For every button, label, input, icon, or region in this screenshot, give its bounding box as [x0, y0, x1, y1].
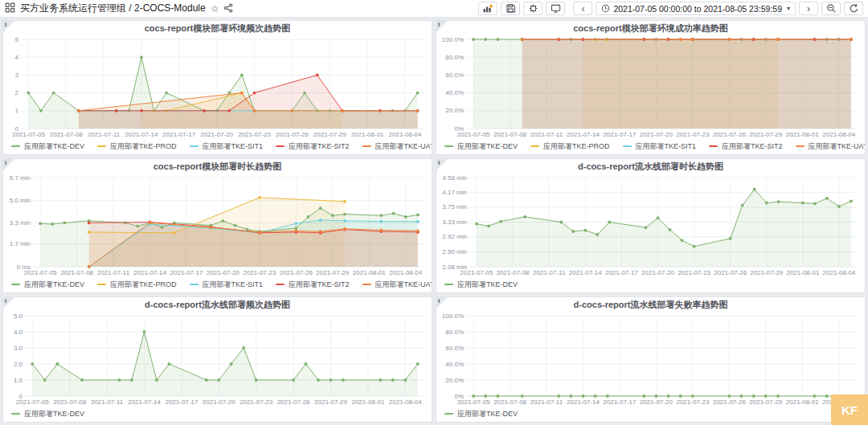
svg-text:6.7 min: 6.7 min	[10, 174, 31, 182]
svg-text:2021-08-04: 2021-08-04	[823, 269, 856, 276]
legend-item[interactable]: 应用部署TKE-PROD	[97, 280, 177, 290]
legend-color-dash	[362, 145, 371, 147]
pipeline-failure-rate-line-chart: 0%20.0%40.0%60.0%80.0%100.0%2021-07-0520…	[436, 311, 865, 406]
zoom-out-button[interactable]	[821, 2, 841, 15]
panel-title[interactable]: d-cocs-report流水线部署频次趋势图	[3, 297, 432, 311]
legend-label: 应用部署TKE-DEV	[24, 280, 84, 290]
panel-info-icon[interactable]	[436, 297, 448, 309]
panel-cocs-report-deploy-env-success-rate: cocs-report模块部署环境成功率趋势图 0%20.0%40.0%60.0…	[436, 20, 866, 155]
panel-info-icon[interactable]	[3, 159, 14, 170]
svg-text:2021-07-29: 2021-07-29	[316, 269, 349, 276]
chart-plot-area: 0123452021-07-052021-07-082021-07-112021…	[3, 35, 432, 138]
star-icon[interactable]: ☆	[211, 4, 219, 14]
legend-color-dash	[444, 284, 453, 285]
svg-text:2021-07-20: 2021-07-20	[641, 269, 674, 276]
panel-info-icon[interactable]	[436, 159, 448, 170]
panel-title[interactable]: d-cocs-report流水线部署时长趋势图	[436, 159, 865, 173]
panel-title[interactable]: cocs-report模块部署环境成功率趋势图	[436, 21, 865, 35]
chart-plot-area: 0%20.0%40.0%60.0%80.0%100.0%2021-07-0520…	[436, 311, 865, 406]
legend-item[interactable]: 应用部署TKE-SIT2	[709, 141, 783, 152]
svg-text:2021-07-08: 2021-07-08	[493, 131, 526, 138]
time-forward-button[interactable]: ›	[799, 2, 818, 15]
dashboards-grid-icon[interactable]	[5, 2, 15, 16]
panel-info-icon[interactable]	[3, 297, 14, 309]
legend-item[interactable]: 应用部署TKE-UAT	[362, 141, 432, 152]
panel-cocs-report-deploy-env-frequency: cocs-report模块部署环境频次趋势图 0123452021-07-052…	[2, 20, 432, 155]
svg-text:2021-07-23: 2021-07-23	[238, 131, 271, 138]
svg-text:2021-07-08: 2021-07-08	[53, 398, 86, 406]
svg-text:3.75 min: 3.75 min	[442, 203, 467, 210]
svg-text:2021-07-26: 2021-07-26	[280, 269, 313, 276]
legend-item[interactable]: 应用部署TKE-SIT1	[190, 141, 264, 152]
legend-color-dash	[97, 145, 106, 147]
svg-text:2021-07-05: 2021-07-05	[12, 131, 45, 138]
dashboard-settings-button[interactable]	[523, 2, 542, 15]
svg-text:2021-08-01: 2021-08-01	[786, 398, 819, 406]
chevron-down-icon: ▾	[787, 5, 790, 12]
refresh-button[interactable]	[844, 2, 863, 15]
svg-text:5.0 min: 5.0 min	[10, 197, 31, 204]
legend-item[interactable]: 应用部署TKE-SIT1	[623, 141, 697, 152]
svg-text:2021-07-08: 2021-07-08	[50, 131, 83, 138]
svg-text:2021-07-11: 2021-07-11	[533, 269, 566, 276]
legend-item[interactable]: 应用部署TKE-UAT	[362, 280, 432, 290]
panel-info-icon[interactable]	[436, 21, 448, 32]
save-dashboard-button[interactable]	[501, 2, 520, 15]
svg-text:2021-07-26: 2021-07-26	[713, 398, 746, 406]
legend-label: 应用部署TKE-SIT1	[203, 141, 264, 152]
svg-text:2021-07-14: 2021-07-14	[567, 131, 600, 138]
legend-item[interactable]: 应用部署TKE-DEV	[11, 409, 84, 419]
svg-text:2021-07-29: 2021-07-29	[749, 398, 782, 406]
svg-text:2021-07-23: 2021-07-23	[676, 131, 709, 138]
time-back-button[interactable]: ‹	[573, 2, 592, 15]
time-range-picker[interactable]: 2021-07-05 00:00:00 to 2021-08-05 23:59:…	[596, 2, 796, 15]
svg-text:3.0: 3.0	[14, 345, 23, 352]
svg-text:2021-07-20: 2021-07-20	[640, 131, 673, 138]
svg-text:1.7 min: 1.7 min	[10, 240, 31, 247]
legend-item[interactable]: 应用部署TKE-PROD	[97, 141, 177, 152]
legend-item[interactable]: 应用部署TKE-UAT	[796, 141, 865, 152]
svg-text:2021-07-17: 2021-07-17	[605, 269, 638, 276]
chart-plot-area: 2.08 min2.50 min2.92 min3.33 min3.75 min…	[436, 173, 865, 276]
svg-text:2021-07-17: 2021-07-17	[604, 131, 637, 138]
legend-item[interactable]: 应用部署TKE-SIT2	[276, 280, 350, 290]
panel-title[interactable]: cocs-report模块部署时长趋势图	[3, 159, 432, 173]
legend-item[interactable]: 应用部署TKE-DEV	[11, 141, 84, 152]
svg-text:2.50 min: 2.50 min	[442, 248, 467, 255]
legend: 应用部署TKE-DEV应用部署TKE-PROD应用部署TKE-SIT1应用部署T…	[436, 138, 865, 154]
cycle-view-mode-button[interactable]	[546, 2, 565, 15]
svg-text:2021-07-20: 2021-07-20	[207, 269, 240, 276]
legend-item[interactable]: 应用部署TKE-SIT1	[190, 280, 264, 290]
legend-color-dash	[444, 413, 453, 415]
svg-text:2021-07-05: 2021-07-05	[457, 398, 490, 406]
legend-item[interactable]: 应用部署TKE-PROD	[530, 141, 610, 152]
svg-text:2021-07-29: 2021-07-29	[313, 131, 346, 138]
legend-item[interactable]: 应用部署TKE-DEV	[444, 409, 518, 419]
panel-title[interactable]: cocs-report模块部署环境频次趋势图	[3, 21, 432, 35]
legend-item[interactable]: 应用部署TKE-SIT2	[276, 141, 350, 152]
legend-item[interactable]: 应用部署TKE-DEV	[444, 280, 518, 290]
panel-info-icon[interactable]	[3, 21, 14, 32]
svg-text:2021-07-29: 2021-07-29	[749, 131, 782, 138]
svg-text:1.0: 1.0	[14, 377, 23, 384]
svg-text:2021-07-11: 2021-07-11	[530, 398, 563, 406]
svg-text:2021-07-05: 2021-07-05	[16, 398, 49, 406]
svg-text:4.58 min: 4.58 min	[442, 174, 467, 182]
svg-text:2021-07-11: 2021-07-11	[91, 398, 124, 406]
legend: 应用部署TKE-DEV	[436, 406, 865, 422]
share-icon[interactable]	[223, 2, 233, 16]
svg-text:2021-07-26: 2021-07-26	[713, 131, 746, 138]
legend-item[interactable]: 应用部署TKE-DEV	[444, 141, 518, 152]
success-rate-line-chart: 0%20.0%40.0%60.0%80.0%100.0%2021-07-0520…	[436, 35, 865, 138]
panel-title[interactable]: d-cocs-report流水线部署失败率趋势图	[436, 297, 865, 311]
svg-text:2021-07-05: 2021-07-05	[24, 269, 57, 276]
legend-color-dash	[190, 284, 199, 285]
breadcrumb[interactable]: 买方业务系统运行管理组 / 2-COCS-Module	[20, 2, 206, 15]
add-panel-button[interactable]	[478, 2, 497, 15]
svg-text:2021-07-20: 2021-07-20	[203, 398, 235, 406]
svg-text:2021-07-26: 2021-07-26	[714, 269, 747, 276]
legend-item[interactable]: 应用部署TKE-DEV	[11, 280, 84, 290]
svg-text:2021-07-17: 2021-07-17	[165, 398, 198, 406]
chart-plot-area: 0 ms1.7 min3.3 min5.0 min6.7 min2021-07-…	[3, 173, 432, 276]
svg-text:20.0%: 20.0%	[445, 107, 464, 114]
